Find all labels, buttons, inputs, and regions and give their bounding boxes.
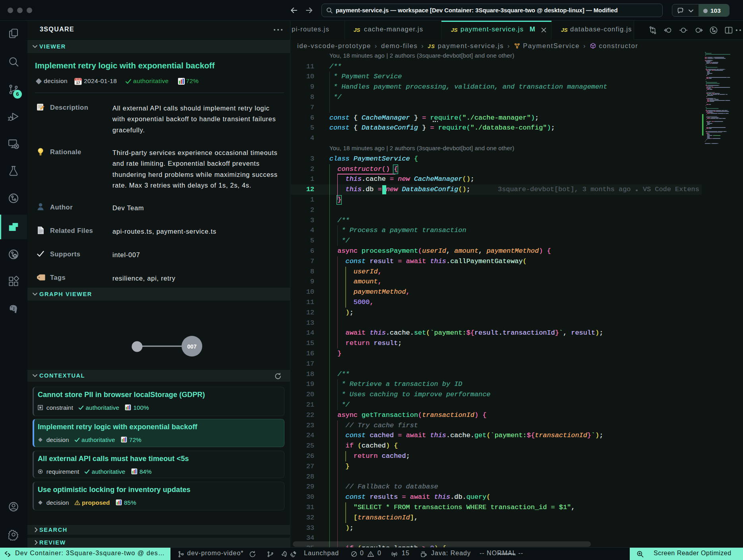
- svg-text:17: 17: [76, 81, 80, 85]
- svg-text:007: 007: [187, 343, 197, 350]
